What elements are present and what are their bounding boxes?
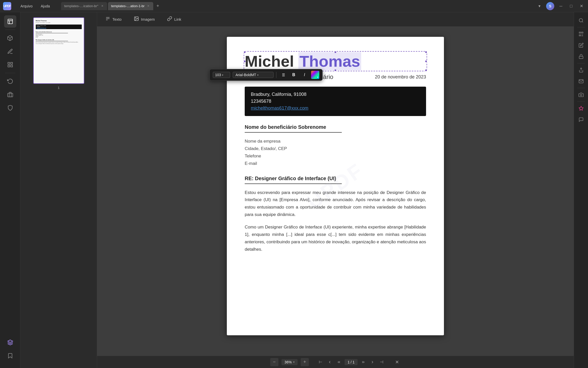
zoom-display[interactable]: 36% ▾ (281, 359, 298, 365)
thumb-para2: Como um Designer Gráfico de Interface (U… (36, 43, 82, 44)
page-next-all-button[interactable] (360, 359, 367, 366)
thumb-contact-bar: Bradbury, California, 91008 12345678 mic… (36, 25, 82, 29)
contact-email: michelthomas617@xxx.com (251, 106, 420, 111)
tab-add-button[interactable]: + (154, 3, 161, 10)
tab-1[interactable]: templates-....ication-br° ✕ (61, 2, 107, 10)
name-heading-container[interactable]: Michel Thomas (245, 52, 426, 70)
right-chat-icon[interactable] (576, 114, 586, 125)
zoom-dropdown-arrow-icon[interactable]: ▾ (293, 361, 295, 363)
logo-letter: UPDF (4, 4, 11, 8)
image-icon (134, 16, 139, 22)
bottom-bar: − 36% ▾ + ⊢ (97, 356, 574, 368)
right-share-icon[interactable] (576, 65, 586, 75)
svg-marker-30 (579, 106, 583, 110)
page-last-button[interactable]: ⊣ (378, 359, 385, 366)
page-next-button[interactable] (369, 359, 376, 366)
name-last: Thomas (298, 52, 361, 70)
thumb-subtitle: Designer de interface do usuário (36, 22, 82, 23)
right-divider-1 (577, 27, 585, 27)
svg-rect-10 (11, 65, 13, 67)
sidebar-icon-ocr[interactable] (4, 88, 16, 101)
recipient-section-line (245, 132, 342, 133)
sidebar-bottom (4, 336, 16, 365)
right-divider-2 (577, 63, 585, 63)
font-family-value: Arial-BoldMT (236, 73, 256, 77)
sidebar-icon-convert[interactable] (4, 75, 16, 87)
menu-ajuda[interactable]: Ajuda (38, 3, 53, 9)
svg-rect-8 (11, 62, 13, 64)
maximize-button[interactable]: □ (568, 3, 575, 10)
toolbar: Texto Imagem Link (97, 12, 574, 27)
page-prev-button[interactable] (326, 359, 333, 366)
text-color-button[interactable] (311, 71, 319, 79)
thumbnail-page-number: 1 (58, 86, 60, 90)
svg-rect-9 (8, 65, 10, 67)
page-display: 1 / 1 (345, 359, 358, 365)
italic-button[interactable]: I (300, 71, 309, 79)
svg-rect-22 (579, 32, 581, 33)
close-nav-button[interactable]: ✕ (393, 359, 401, 366)
bold-button[interactable]: B (290, 71, 298, 79)
sidebar-icon-read[interactable] (4, 15, 16, 28)
tab-2-close[interactable]: ✕ (147, 4, 150, 8)
tab-1-close[interactable]: ✕ (100, 4, 104, 8)
right-edit-icon[interactable] (576, 40, 586, 50)
zoom-in-button[interactable]: + (301, 358, 309, 366)
right-mail-icon[interactable] (576, 76, 586, 86)
app-logo[interactable]: UPDF (3, 2, 11, 10)
document-name: Michel Thomas (245, 52, 426, 70)
font-size-dropdown[interactable]: 103 ▾ (213, 72, 230, 78)
zoom-out-button[interactable]: − (270, 358, 278, 366)
sidebar-divider-1 (5, 30, 15, 30)
page-first-button[interactable]: ⊢ (317, 359, 324, 366)
user-avatar[interactable]: S (546, 2, 554, 10)
thumbnail-page-1[interactable]: Michel Thomas Designer de interface do u… (33, 17, 84, 90)
toolbar-imagem[interactable]: Imagem (131, 15, 158, 24)
recipient-section-title: Nome do beneficiário Sobrenome (245, 124, 426, 130)
tab-2-label: templates-....ation-1-br (111, 4, 145, 8)
svg-point-29 (580, 94, 582, 96)
re-section-title: RE: Designer Gráfico de Interface (UI) (245, 176, 426, 181)
thumb-title: Michel Thomas (36, 20, 82, 21)
toolbar-link[interactable]: Link (164, 15, 184, 24)
sidebar-icon-bookmark[interactable] (4, 350, 16, 362)
sidebar-icon-protect[interactable] (4, 102, 16, 114)
right-search-icon[interactable] (576, 15, 586, 26)
sidebar-icon-pages[interactable] (4, 59, 16, 71)
menu-arquivo[interactable]: Arquivo (17, 3, 36, 9)
thumb-email: michelthomas617@xxx.com (37, 27, 81, 28)
font-size-value: 103 (215, 73, 221, 77)
toolbar-link-label: Link (174, 17, 181, 21)
link-icon (167, 16, 172, 22)
page-navigation: ⊢ 1 / 1 (317, 359, 385, 366)
tab-2[interactable]: templates-....ation-1-br ✕ (108, 2, 153, 10)
minimize-button[interactable]: ─ (557, 3, 565, 10)
dropdown-arrow-icon[interactable]: ▾ (536, 3, 543, 10)
right-sparkle-icon[interactable] (576, 103, 586, 113)
font-family-dropdown[interactable]: Arial-BoldMT ▾ (233, 72, 274, 78)
sidebar-icon-annotate[interactable] (4, 45, 16, 57)
right-lock-icon[interactable] (576, 51, 586, 62)
recipient-phone: Telefone (245, 153, 426, 160)
formatting-separator-1 (276, 72, 276, 78)
svg-point-14 (135, 18, 136, 18)
align-button[interactable] (279, 71, 287, 79)
formatting-bar: 103 ▾ Arial-BoldMT ▾ B I (209, 69, 323, 81)
right-ocr-icon[interactable] (576, 29, 586, 39)
re-paragraph-1: Estou escrevendo para expressar meu gran… (245, 189, 426, 219)
sidebar-icon-edit[interactable] (4, 32, 16, 44)
close-window-button[interactable]: ✕ (578, 3, 585, 10)
document-page: UPDF Michel (227, 37, 444, 335)
toolbar-texto[interactable]: Texto (102, 15, 125, 24)
sidebar-icon-layers[interactable] (4, 336, 16, 349)
right-camera-icon[interactable] (576, 90, 586, 100)
thumbnail-panel: Michel Thomas Designer de interface do u… (20, 12, 97, 368)
page-prev-all-button[interactable] (335, 359, 343, 366)
recipient-address: Nome da empresa Cidade, Estado/, CEP Tel… (245, 138, 426, 167)
document-date: 20 de novembro de 2023 (375, 74, 426, 80)
thumb-line2 (36, 41, 68, 41)
logo-icon: UPDF (3, 2, 11, 10)
thumbnail-page-image: Michel Thomas Designer de interface do u… (33, 17, 84, 84)
font-size-arrow-icon: ▾ (222, 74, 223, 76)
tab-bar: templates-....ication-br° ✕ templates-..… (61, 2, 534, 10)
